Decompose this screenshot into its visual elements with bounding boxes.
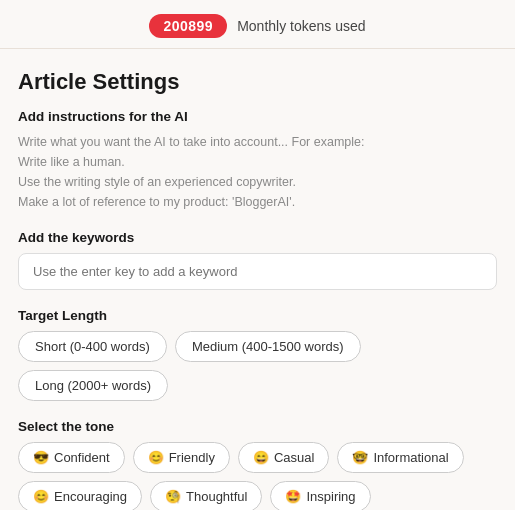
token-count-badge: 200899 xyxy=(149,14,227,38)
tone-inspiring[interactable]: 🤩Inspiring xyxy=(270,481,370,510)
tone-confident[interactable]: 😎Confident xyxy=(18,442,125,473)
length-long[interactable]: Long (2000+ words) xyxy=(18,370,168,401)
tone-emoji-casual: 😄 xyxy=(253,450,269,465)
tone-label-inspiring: Inspiring xyxy=(306,489,355,504)
length-medium[interactable]: Medium (400-1500 words) xyxy=(175,331,361,362)
tone-informational[interactable]: 🤓Informational xyxy=(337,442,463,473)
tone-emoji-thoughtful: 🧐 xyxy=(165,489,181,504)
ai-instructions-label: Add instructions for the AI xyxy=(18,109,497,124)
tone-emoji-confident: 😎 xyxy=(33,450,49,465)
length-short[interactable]: Short (0-400 words) xyxy=(18,331,167,362)
tone-label: Select the tone xyxy=(18,419,497,434)
tone-label-confident: Confident xyxy=(54,450,110,465)
length-options: Short (0-400 words) Medium (400-1500 wor… xyxy=(18,331,497,401)
ai-instructions-placeholder: Write what you want the AI to take into … xyxy=(18,132,497,212)
tone-label-friendly: Friendly xyxy=(169,450,215,465)
tone-emoji-inspiring: 🤩 xyxy=(285,489,301,504)
tone-thoughtful[interactable]: 🧐Thoughtful xyxy=(150,481,262,510)
target-length-section: Target Length Short (0-400 words) Medium… xyxy=(18,308,497,401)
tone-grid: 😎Confident😊Friendly😄Casual🤓Informational… xyxy=(18,442,497,510)
tone-emoji-friendly: 😊 xyxy=(148,450,164,465)
tone-emoji-informational: 🤓 xyxy=(352,450,368,465)
token-label: Monthly tokens used xyxy=(237,18,365,34)
main-content: Article Settings Add instructions for th… xyxy=(0,49,515,510)
tone-label-casual: Casual xyxy=(274,450,314,465)
tone-label-encouraging: Encouraging xyxy=(54,489,127,504)
keywords-input[interactable] xyxy=(18,253,497,290)
keywords-section: Add the keywords xyxy=(18,230,497,290)
tone-emoji-encouraging: 😊 xyxy=(33,489,49,504)
tone-section: Select the tone 😎Confident😊Friendly😄Casu… xyxy=(18,419,497,510)
tone-label-thoughtful: Thoughtful xyxy=(186,489,247,504)
tone-encouraging[interactable]: 😊Encouraging xyxy=(18,481,142,510)
top-bar: 200899 Monthly tokens used xyxy=(0,0,515,48)
tone-label-informational: Informational xyxy=(373,450,448,465)
tone-casual[interactable]: 😄Casual xyxy=(238,442,329,473)
target-length-label: Target Length xyxy=(18,308,497,323)
keywords-label: Add the keywords xyxy=(18,230,497,245)
tone-friendly[interactable]: 😊Friendly xyxy=(133,442,230,473)
page-title: Article Settings xyxy=(18,69,497,95)
